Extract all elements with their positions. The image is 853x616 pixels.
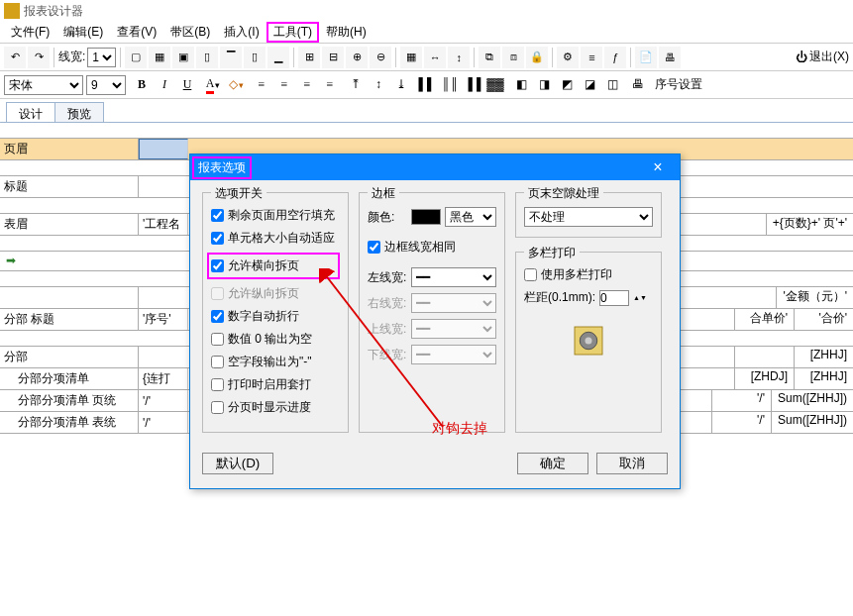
opt-empty-dash[interactable]: 空字段输出为"-" [211, 354, 340, 370]
border-outer-button[interactable]: ▣ [172, 47, 194, 68]
checkbox[interactable] [211, 209, 224, 222]
col-gap-input[interactable] [599, 290, 629, 306]
tab-preview[interactable]: 预览 [54, 102, 104, 122]
checkbox[interactable] [211, 356, 224, 368]
data-button[interactable]: ≡ [581, 47, 602, 68]
valign-middle-button[interactable]: ↕ [369, 75, 388, 95]
border-same[interactable]: 边框线宽相同 [368, 239, 496, 256]
checkbox[interactable] [524, 268, 537, 281]
menu-view[interactable]: 查看(V) [110, 22, 163, 43]
opt-auto-fit[interactable]: 单元格大小自动适应 [211, 230, 340, 247]
selected-cell[interactable] [139, 139, 188, 159]
cell[interactable]: '序号' [139, 309, 188, 330]
print-button[interactable]: 🖶 [659, 47, 681, 68]
redo-button[interactable]: ↷ [28, 47, 50, 68]
cell[interactable]: '工程名 [139, 214, 188, 235]
obj3-button[interactable]: ◩ [557, 75, 577, 95]
underline-button[interactable]: U [177, 75, 197, 95]
cell[interactable]: [ZHHJ] [794, 347, 853, 367]
col-width-button[interactable]: ↔ [424, 47, 446, 68]
menu-help[interactable]: 帮助(H) [319, 22, 373, 43]
checkbox[interactable] [211, 259, 224, 272]
menu-file[interactable]: 文件(F) [4, 22, 56, 43]
obj4-button[interactable]: ◪ [580, 75, 599, 95]
checkbox[interactable] [211, 232, 224, 245]
opt-fill-blank[interactable]: 剩余页面用空行填充 [211, 207, 340, 224]
cell[interactable] [734, 347, 794, 367]
align-right-button[interactable]: ≡ [297, 75, 317, 95]
border-left-button[interactable]: ▯ [196, 47, 218, 68]
cell[interactable]: Sum([ZHHJ]) [771, 390, 853, 411]
exit-control[interactable]: ⏻ 退出(X) [796, 49, 849, 65]
menu-edit[interactable]: 编辑(E) [56, 22, 110, 43]
checkbox[interactable] [211, 378, 224, 391]
border-none-button[interactable]: ▢ [125, 47, 147, 68]
tab-design[interactable]: 设计 [6, 102, 55, 122]
fill-color-button[interactable]: ◇ [226, 75, 246, 95]
font-family-select[interactable]: 宋体 [4, 75, 83, 95]
spinner-icon[interactable]: ▲▼ [633, 294, 647, 301]
split-button[interactable]: ⊟ [322, 47, 344, 68]
cell[interactable]: 合单价' [734, 309, 794, 330]
checkbox[interactable] [368, 241, 380, 254]
merge-button[interactable]: ⊞ [298, 47, 320, 68]
cell[interactable]: '/' [139, 412, 188, 433]
undo-button[interactable]: ↶ [4, 47, 26, 68]
color-select[interactable]: 黑色 [445, 207, 496, 227]
opt-h-break[interactable]: 允许横向拆页 [211, 257, 336, 274]
checkbox[interactable] [211, 401, 224, 414]
barcode2-button[interactable]: ║║ [440, 75, 460, 95]
dialog-titlebar[interactable]: 报表选项 × [190, 154, 680, 180]
opt-zero-blank[interactable]: 数值 0 输出为空 [211, 331, 340, 348]
close-icon[interactable]: × [638, 158, 678, 176]
cell[interactable]: +{页数}+' 页'+' [766, 214, 853, 235]
ungroup-button[interactable]: ⧈ [502, 47, 524, 68]
align-justify-button[interactable]: ≡ [320, 75, 340, 95]
font-size-select[interactable]: 9 [86, 75, 126, 95]
opt-num-wrap[interactable]: 数字自动折行 [211, 308, 340, 325]
default-button[interactable]: 默认(D) [202, 453, 273, 474]
align-left-button[interactable]: ≡ [252, 75, 271, 95]
obj2-button[interactable]: ◨ [534, 75, 554, 95]
opt-page-progress[interactable]: 分页时显示进度 [211, 399, 340, 416]
border-bottom-button[interactable]: ▁ [267, 47, 289, 68]
lock-button[interactable]: 🔒 [526, 47, 548, 68]
serial-settings-button[interactable]: 序号设置 [651, 76, 706, 93]
insert-col-button[interactable]: ⊕ [346, 47, 368, 68]
obj1-button[interactable]: ◧ [511, 75, 531, 95]
page-setup-button[interactable]: 📄 [635, 47, 657, 68]
print-icon[interactable]: 🖶 [628, 75, 648, 95]
valign-top-button[interactable]: ⤒ [346, 75, 366, 95]
barcode4-button[interactable]: ▓▓ [485, 75, 505, 95]
gap-select[interactable]: 不处理 [524, 207, 653, 227]
menu-insert[interactable]: 插入(I) [217, 22, 266, 43]
italic-button[interactable]: I [155, 75, 174, 95]
border-right-button[interactable]: ▯ [244, 47, 266, 68]
cell[interactable]: '金额（元）' [776, 287, 853, 308]
barcode1-button[interactable]: ▌▌ [417, 75, 437, 95]
cell[interactable]: '/' [139, 390, 188, 411]
row-height-button[interactable]: ↕ [448, 47, 470, 68]
menu-band[interactable]: 带区(B) [163, 22, 217, 43]
barcode3-button[interactable]: ▐▐ [463, 75, 482, 95]
checkbox[interactable] [211, 310, 224, 323]
opt-print-overlay[interactable]: 打印时启用套打 [211, 376, 340, 393]
cell[interactable]: '/' [711, 412, 771, 433]
formula-button[interactable]: ƒ [604, 47, 626, 68]
left-w-select[interactable]: ━━ [411, 267, 496, 287]
checkbox[interactable] [211, 333, 224, 346]
border-all-button[interactable]: ▦ [149, 47, 170, 68]
cell[interactable]: {连打 [139, 368, 188, 389]
menu-tool[interactable]: 工具(T) [267, 22, 319, 43]
align-grid-button[interactable]: ▦ [400, 47, 422, 68]
use-cols[interactable]: 使用多栏打印 [524, 266, 653, 283]
font-color-button[interactable]: A [203, 75, 223, 95]
cell[interactable]: [ZHHJ] [794, 368, 853, 389]
line-width-select[interactable]: 1 [87, 48, 116, 67]
border-top-button[interactable]: ▔ [220, 47, 242, 68]
cancel-button[interactable]: 取消 [596, 453, 668, 474]
delete-col-button[interactable]: ⊖ [370, 47, 391, 68]
bold-button[interactable]: B [132, 75, 152, 95]
obj5-button[interactable]: ◫ [602, 75, 622, 95]
cell[interactable]: '合价' [794, 309, 853, 330]
